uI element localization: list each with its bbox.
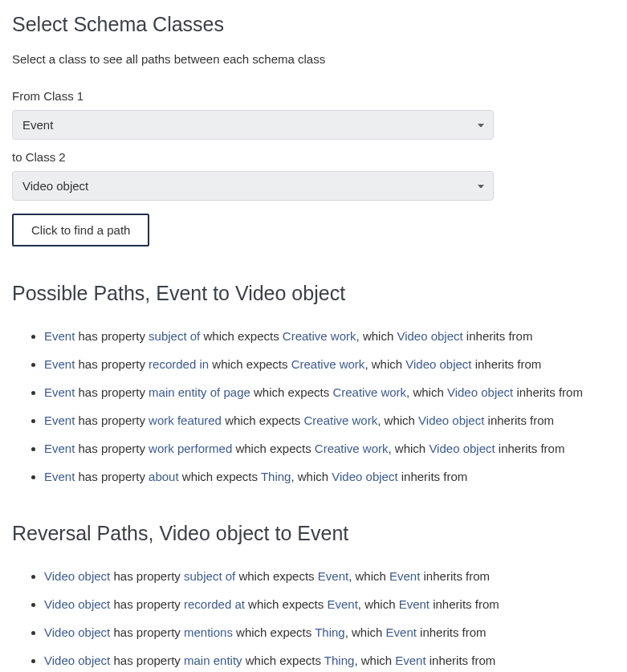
to-class-label: to Class 2: [12, 148, 615, 167]
page-subtitle: Select a class to see all paths between …: [12, 50, 615, 69]
path-inherits-link[interactable]: Event: [386, 625, 417, 639]
path-item: Video object has property main entity wh…: [44, 651, 615, 670]
path-item: Event has property subject of which expe…: [44, 327, 615, 346]
path-expects-link[interactable]: Creative work: [283, 329, 356, 343]
path-source-link[interactable]: Video object: [44, 597, 110, 611]
path-expects-link[interactable]: Creative work: [315, 442, 389, 455]
possible-paths-list: Event has property subject of which expe…: [12, 327, 615, 487]
path-expects-link[interactable]: Event: [327, 597, 357, 611]
path-property-link[interactable]: main entity of page: [149, 385, 250, 399]
path-item: Event has property work performed which …: [44, 439, 615, 458]
possible-paths-heading: Possible Paths, Event to Video object: [12, 277, 615, 309]
path-source-link[interactable]: Event: [44, 329, 75, 343]
path-inherits-link[interactable]: Video object: [447, 385, 513, 399]
path-expects-link[interactable]: Thing: [315, 625, 345, 639]
path-inherits-link[interactable]: Video object: [397, 329, 462, 343]
path-source-link[interactable]: Event: [44, 413, 75, 427]
path-item: Video object has property recorded at wh…: [44, 595, 615, 614]
page-title: Select Schema Classes: [12, 8, 615, 40]
path-inherits-link[interactable]: Event: [395, 654, 425, 667]
path-item: Event has property about which expects T…: [44, 467, 615, 487]
path-inherits-link[interactable]: Video object: [418, 413, 484, 427]
reversal-paths-list: Video object has property subject of whi…: [12, 567, 615, 672]
find-path-button[interactable]: Click to find a path: [12, 214, 149, 246]
path-source-link[interactable]: Event: [44, 442, 75, 455]
path-item: Event has property work featured which e…: [44, 411, 615, 430]
path-item: Video object has property subject of whi…: [44, 567, 615, 586]
path-property-link[interactable]: subject of: [184, 569, 235, 583]
path-item: Event has property main entity of page w…: [44, 383, 615, 402]
reversal-paths-heading: Reversal Paths, Video object to Event: [12, 517, 615, 549]
path-source-link[interactable]: Video object: [44, 654, 110, 667]
from-class-select[interactable]: Event: [12, 110, 494, 140]
from-class-group: From Class 1 Event: [12, 87, 615, 140]
path-expects-link[interactable]: Creative work: [332, 385, 406, 399]
path-property-link[interactable]: mentions: [184, 625, 233, 639]
path-expects-link[interactable]: Creative work: [304, 413, 378, 427]
path-property-link[interactable]: work featured: [149, 413, 222, 427]
path-property-link[interactable]: main entity: [184, 654, 242, 667]
path-expects-link[interactable]: Event: [318, 569, 348, 583]
path-source-link[interactable]: Event: [44, 385, 75, 399]
path-expects-link[interactable]: Thing: [261, 470, 291, 483]
path-inherits-link[interactable]: Video object: [332, 470, 397, 483]
path-source-link[interactable]: Video object: [44, 625, 110, 639]
to-class-select[interactable]: Video object: [12, 171, 494, 201]
path-inherits-link[interactable]: Event: [399, 597, 430, 611]
path-source-link[interactable]: Event: [44, 357, 75, 371]
path-property-link[interactable]: recorded in: [149, 357, 209, 371]
path-inherits-link[interactable]: Video object: [429, 442, 495, 455]
path-source-link[interactable]: Event: [44, 470, 75, 483]
from-class-label: From Class 1: [12, 87, 615, 106]
path-item: Event has property recorded in which exp…: [44, 355, 615, 374]
path-expects-link[interactable]: Creative work: [291, 357, 365, 371]
path-item: Video object has property mentions which…: [44, 623, 615, 642]
path-property-link[interactable]: subject of: [149, 329, 200, 343]
path-source-link[interactable]: Video object: [44, 569, 110, 583]
path-inherits-link[interactable]: Event: [389, 569, 420, 583]
path-inherits-link[interactable]: Video object: [405, 357, 471, 371]
path-property-link[interactable]: work performed: [149, 442, 232, 455]
path-property-link[interactable]: recorded at: [184, 597, 245, 611]
path-expects-link[interactable]: Thing: [324, 654, 355, 667]
path-property-link[interactable]: about: [149, 470, 179, 483]
to-class-group: to Class 2 Video object: [12, 148, 615, 201]
